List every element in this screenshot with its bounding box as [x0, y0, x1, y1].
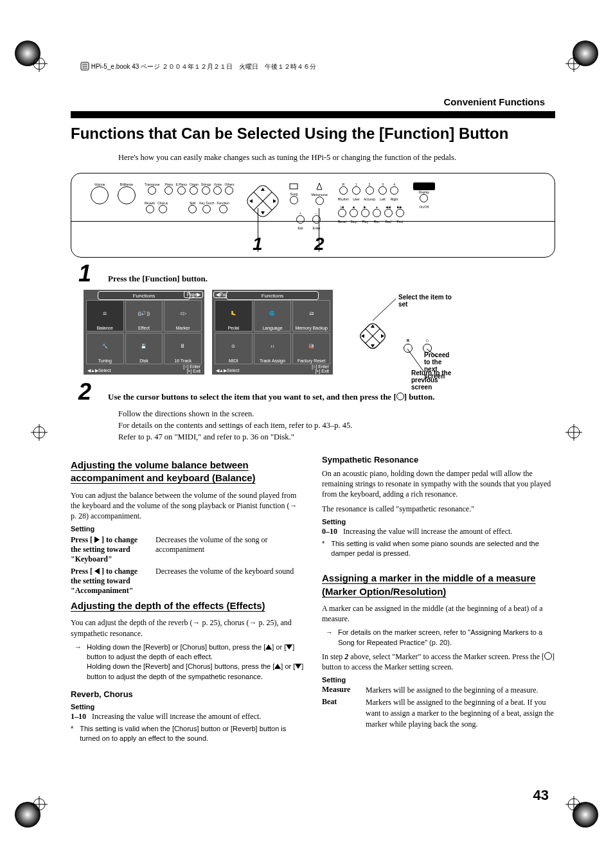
panel-callout-2: 2 — [314, 234, 324, 254]
book-page-stamp: HPi-5_e.book 43 ページ ２００４年１２月２１日 火曜日 午後１２… — [80, 62, 316, 71]
screen-select-hint: ◀▲▶Select — [87, 368, 111, 373]
screen-enter-exit-hint: [○] Enter[×] Exit — [183, 364, 200, 373]
arrow-bullet-icon: → — [75, 642, 82, 682]
right-triangle-icon — [94, 536, 100, 543]
instrument-panel-figure: Volume Brilliance Transpose Piano E.Pian… — [71, 173, 555, 258]
step-1-text: Press the [Function] button. — [108, 274, 208, 284]
display-button-icon — [420, 194, 428, 202]
marker-instruction: In step 2 above, select "Marker" to acce… — [322, 651, 555, 672]
book-stamp-text: HPi-5_e.book 43 ページ ２００４年１２月２１日 火曜日 午後１２… — [91, 63, 316, 70]
reverb-button-icon — [146, 205, 154, 213]
screen-enter-exit-hint: [○] Enter[×] Exit — [312, 364, 329, 373]
effect-icon: ((🔊)) — [126, 301, 163, 326]
sympathetic-body-2: The resonance is called "sympathetic res… — [322, 504, 555, 514]
function-screen-2: ◀Page Functions 🦶Pedal 🌐Language 🗂Memory… — [212, 290, 333, 375]
display-icon — [413, 182, 435, 190]
down-triangle-icon — [295, 664, 301, 669]
section-header: Convenient Functions — [71, 96, 555, 107]
svg-marker-30 — [261, 211, 265, 215]
volume-knob-icon — [91, 186, 109, 204]
arrow-bullet-icon: → — [326, 628, 333, 648]
song-button-icon — [290, 196, 298, 204]
sympathetic-body-1: On an acoustic piano, holding down the d… — [322, 468, 555, 500]
left-triangle-icon — [94, 568, 100, 574]
setting-heading: Setting — [71, 703, 304, 711]
factory-reset-icon: 🏭 — [293, 333, 330, 359]
screen-page-indicator: Page▶ — [184, 291, 203, 298]
track-button-icon — [390, 186, 398, 195]
setting-value: Decreases the volume of the keyboard sou… — [155, 567, 304, 596]
reverb-chorus-heading: Reverb, Chorus — [71, 689, 304, 699]
marker-section-title: Assigning a marker in the middle of a me… — [322, 572, 555, 598]
tone-button-icon — [225, 186, 233, 195]
screen-title: Functions — [98, 291, 190, 300]
svg-marker-29 — [261, 188, 265, 191]
tone-button-icon — [213, 186, 222, 195]
track-assign-icon: ♪↕ — [254, 333, 291, 359]
svg-line-44 — [407, 349, 424, 372]
step-2-followup: Follow the directions shown in the scree… — [118, 409, 555, 442]
setting-heading: Setting — [71, 525, 304, 533]
page-title: Functions that Can be Selected Using the… — [71, 125, 555, 143]
keytouch-button-icon — [202, 205, 211, 213]
language-icon: 🌐 — [254, 301, 291, 326]
exit-button-icon — [296, 215, 305, 224]
setting-key: Press [ ] to change the setting toward "… — [71, 535, 147, 564]
registration-mark — [565, 424, 582, 441]
nav-label-select: Select the item to set — [398, 294, 456, 308]
section-rule — [71, 111, 555, 118]
tone-button-icon — [202, 186, 210, 195]
transport-fwd-icon — [396, 209, 404, 217]
chorus-button-icon — [159, 205, 167, 213]
sixteen-track-icon: 🎚 — [164, 333, 201, 359]
up-triangle-icon — [274, 664, 281, 669]
asterisk-icon: * — [322, 539, 324, 558]
setting-heading: Setting — [322, 676, 555, 684]
tuning-icon: 🔧 — [87, 333, 123, 359]
marker-body: A marker can be assigned in the middle (… — [322, 603, 555, 624]
track-button-icon — [366, 186, 374, 195]
svg-marker-34 — [317, 183, 322, 190]
enter-circle-icon — [544, 652, 552, 660]
transport-reset-icon — [338, 209, 346, 217]
sympathetic-heading: Sympathetic Resonance — [322, 455, 555, 465]
svg-line-42 — [373, 299, 396, 321]
effects-section-title: Adjusting the depth of the effects (Effe… — [71, 599, 304, 612]
screen-title: Functions — [226, 291, 319, 300]
panel-rule — [71, 221, 555, 222]
midi-icon: ⊙ — [215, 333, 252, 359]
registration-mark — [31, 796, 48, 813]
split-button-icon — [188, 205, 197, 213]
track-button-icon — [352, 186, 360, 195]
balance-icon: ⚖ — [87, 301, 123, 326]
cursor-dpad-icon — [245, 184, 280, 218]
enter-circle-icon — [396, 393, 404, 400]
up-triangle-icon — [265, 644, 272, 650]
registration-mark — [31, 55, 48, 72]
setting-value: Decreases the volume of the song or acco… — [155, 535, 304, 564]
step-2-text: Use the cursor buttons to select the ite… — [108, 392, 434, 402]
setting-key: Press [ ] to change the setting toward "… — [71, 567, 147, 596]
svg-marker-31 — [249, 199, 253, 203]
tone-button-icon — [164, 186, 173, 195]
pedal-icon: 🦶 — [215, 301, 252, 326]
screen-select-hint: ◀▲▶Select — [216, 368, 239, 373]
transport-rec-icon — [373, 209, 381, 217]
asterisk-icon: * — [71, 724, 73, 743]
svg-rect-33 — [290, 184, 298, 189]
function-button-icon — [219, 205, 227, 213]
memory-backup-icon: 🗂 — [293, 301, 330, 326]
setting-heading: Setting — [322, 518, 555, 526]
step-number-1: 1 — [78, 260, 98, 287]
balance-section-title: Adjusting the volume balance between acc… — [71, 459, 304, 485]
brilliance-knob-icon — [118, 186, 136, 204]
track-button-icon — [339, 186, 348, 195]
song-icon — [289, 183, 298, 190]
effects-body: You can adjust the depth of the reverb (… — [71, 617, 304, 638]
down-triangle-icon — [286, 644, 292, 650]
metronome-icon — [315, 182, 323, 190]
track-button-icon — [378, 186, 387, 195]
transport-play-icon — [361, 209, 369, 217]
disk-icon: 💾 — [126, 333, 163, 359]
transport-stop-icon — [350, 209, 358, 217]
